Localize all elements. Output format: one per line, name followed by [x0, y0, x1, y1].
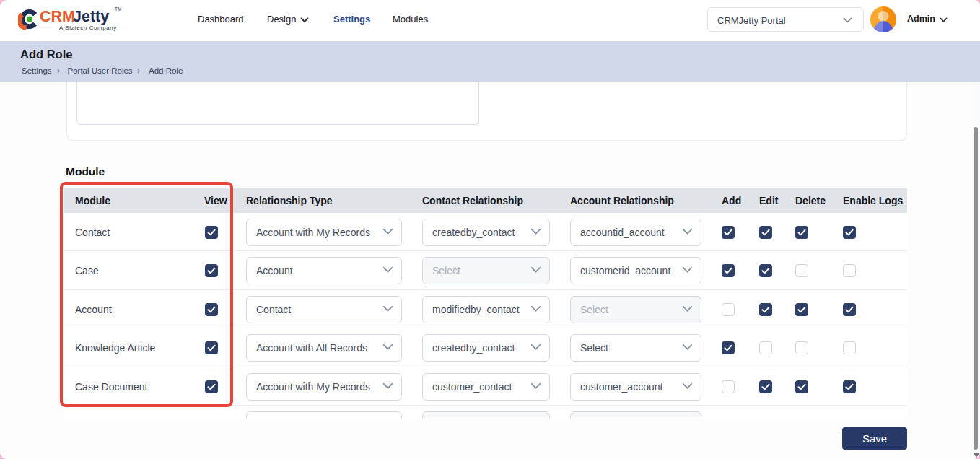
svg-text:Jetty: Jetty: [73, 8, 109, 25]
svg-text:A Biztech Company: A Biztech Company: [59, 25, 117, 31]
svg-text:CRM: CRM: [40, 8, 75, 25]
svg-text:TM: TM: [115, 6, 121, 12]
